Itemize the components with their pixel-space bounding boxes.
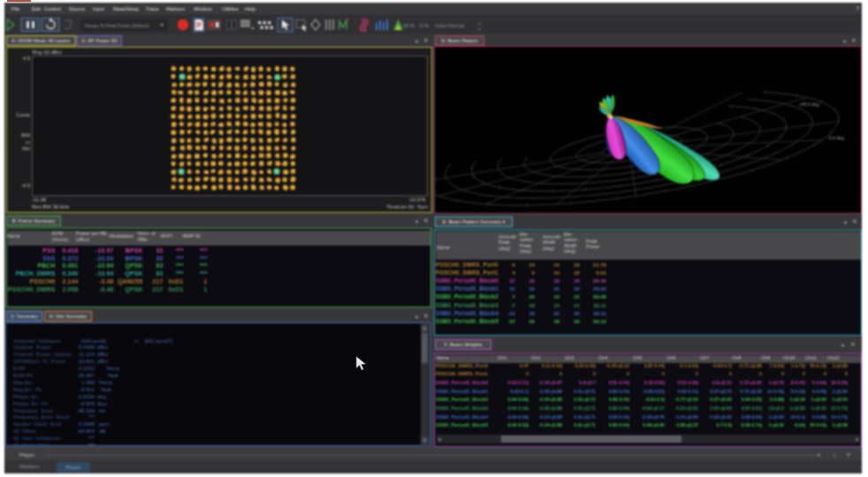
svg-text:+45.0 deg: +45.0 deg <box>799 102 819 107</box>
svg-text:0.0 deg: 0.0 deg <box>829 135 844 140</box>
